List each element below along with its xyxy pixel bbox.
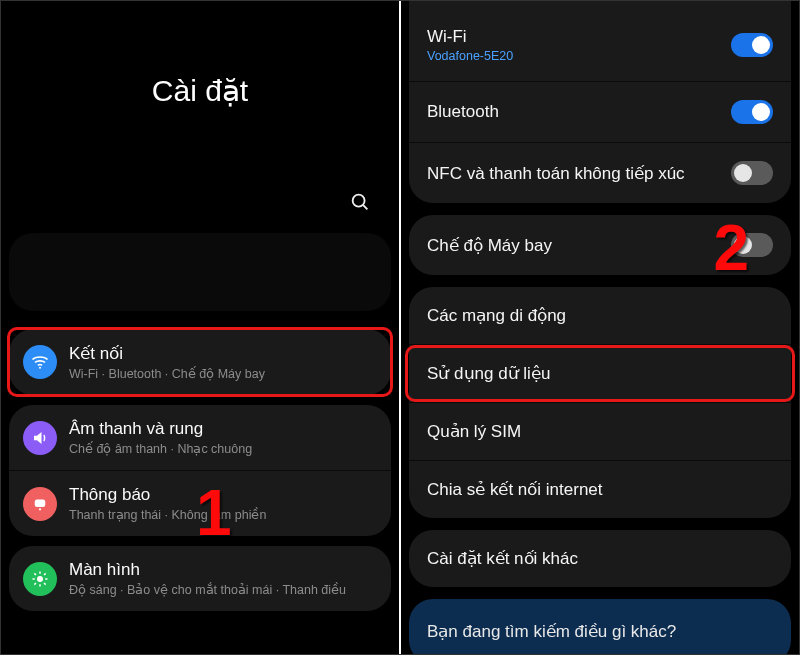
row-sim-manager[interactable]: Quản lý SIM (409, 403, 791, 460)
row-title: Wi-Fi (427, 27, 513, 47)
row-title: Sử dụng dữ liệu (427, 363, 550, 384)
row-bluetooth[interactable]: Bluetooth (409, 82, 791, 142)
category-notifications[interactable]: Thông báo Thanh trạng thái · Không làm p… (9, 471, 391, 536)
row-title: Bluetooth (427, 102, 499, 122)
wifi-network-name: Vodafone-5E20 (427, 49, 513, 63)
group-wireless: Wi-Fi Vodafone-5E20 Bluetooth NFC và tha… (409, 1, 791, 203)
notification-icon (23, 487, 57, 521)
row-subtitle: Độ sáng · Bảo vệ cho mắt thoải mái · Tha… (69, 582, 346, 597)
svg-point-4 (39, 508, 41, 510)
pane-connections-detail: Wi-Fi Vodafone-5E20 Bluetooth NFC và tha… (401, 1, 799, 654)
page-title: Cài đặt (1, 73, 399, 108)
svg-point-5 (37, 576, 43, 582)
row-tethering[interactable]: Chia sẻ kết nối internet (409, 461, 791, 518)
wifi-toggle[interactable] (731, 33, 773, 57)
svg-point-0 (353, 195, 365, 207)
airplane-toggle[interactable] (731, 233, 773, 257)
row-more-connections[interactable]: Cài đặt kết nối khác (409, 530, 791, 587)
row-title: Các mạng di động (427, 305, 566, 326)
row-subtitle: Thanh trạng thái · Không làm phiền (69, 507, 266, 522)
settings-category-list: Kết nối Wi-Fi · Bluetooth · Chế độ Máy b… (9, 329, 391, 611)
svg-line-12 (34, 583, 36, 585)
row-title: Cài đặt kết nối khác (427, 548, 578, 569)
category-row[interactable]: Màn hình Độ sáng · Bảo vệ cho mắt thoải … (9, 546, 391, 611)
category-row[interactable]: Kết nối Wi-Fi · Bluetooth · Chế độ Máy b… (9, 329, 391, 395)
svg-line-10 (34, 573, 36, 575)
row-airplane[interactable]: Chế độ Máy bay (409, 215, 791, 275)
category-display[interactable]: Màn hình Độ sáng · Bảo vệ cho mắt thoải … (9, 546, 391, 611)
row-subtitle: Wi-Fi · Bluetooth · Chế độ Máy bay (69, 366, 265, 381)
search-icon (349, 199, 371, 216)
pane-settings-main: Cài đặt Kết nối Wi-Fi · Bluetooth · Chế … (1, 1, 399, 654)
category-group-sound-notif: Âm thanh và rung Chế độ âm thanh · Nhạc … (9, 405, 391, 536)
row-wifi[interactable]: Wi-Fi Vodafone-5E20 (409, 9, 791, 81)
row-title: Thông báo (69, 485, 266, 505)
category-connections[interactable]: Kết nối Wi-Fi · Bluetooth · Chế độ Máy b… (9, 329, 391, 395)
group-airplane: Chế độ Máy bay (409, 215, 791, 275)
row-title: Chia sẻ kết nối internet (427, 479, 603, 500)
profile-card[interactable] (9, 233, 391, 311)
search-button[interactable] (349, 191, 371, 217)
suggestion-text: Bạn đang tìm kiếm điều gì khác? (427, 622, 676, 641)
row-subtitle: Chế độ âm thanh · Nhạc chuông (69, 441, 252, 456)
svg-line-13 (44, 573, 46, 575)
sound-icon (23, 421, 57, 455)
row-title: Quản lý SIM (427, 421, 521, 442)
wifi-icon (23, 345, 57, 379)
svg-rect-3 (35, 499, 46, 507)
svg-line-11 (44, 583, 46, 585)
row-data-usage[interactable]: Sử dụng dữ liệu (409, 345, 791, 402)
bluetooth-toggle[interactable] (731, 100, 773, 124)
row-title: NFC và thanh toán không tiếp xúc (427, 163, 685, 184)
row-nfc[interactable]: NFC và thanh toán không tiếp xúc (409, 143, 791, 203)
svg-point-2 (39, 367, 41, 369)
svg-line-1 (363, 205, 367, 209)
group-more-connections: Cài đặt kết nối khác (409, 530, 791, 587)
tutorial-frame: Cài đặt Kết nối Wi-Fi · Bluetooth · Chế … (0, 0, 800, 655)
category-sound[interactable]: Âm thanh và rung Chế độ âm thanh · Nhạc … (9, 405, 391, 470)
connections-list: Wi-Fi Vodafone-5E20 Bluetooth NFC và tha… (409, 9, 791, 654)
display-icon (23, 562, 57, 596)
row-mobile-networks[interactable]: Các mạng di động (409, 287, 791, 344)
row-title: Kết nối (69, 343, 265, 364)
row-title: Chế độ Máy bay (427, 235, 552, 256)
nfc-toggle[interactable] (731, 161, 773, 185)
suggestion-card[interactable]: Bạn đang tìm kiếm điều gì khác? (409, 599, 791, 654)
row-title: Âm thanh và rung (69, 419, 252, 439)
row-title: Màn hình (69, 560, 346, 580)
group-mobile: Các mạng di động Sử dụng dữ liệu Quản lý… (409, 287, 791, 518)
